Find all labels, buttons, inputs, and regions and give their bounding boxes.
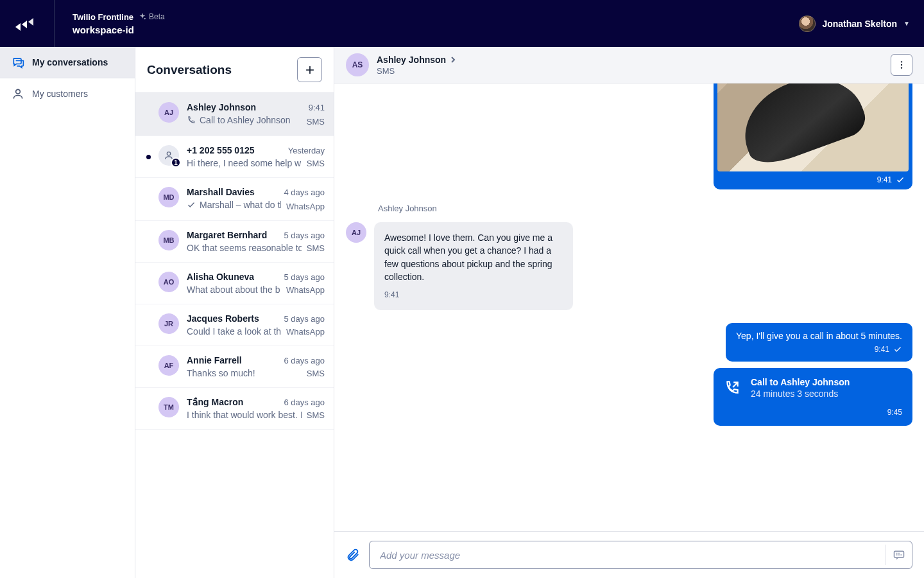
conversation-channel: SMS	[307, 159, 325, 168]
conversation-preview: Marshall – what do th…	[187, 200, 281, 210]
conversation-channel: WhatsApp	[286, 327, 325, 337]
chat-header: AS Ashley Johnson SMS	[334, 47, 924, 83]
compose-field[interactable]	[369, 541, 912, 569]
contact-avatar: MD	[158, 187, 179, 207]
unread-indicator	[146, 230, 151, 253]
composer	[334, 531, 924, 578]
chat-contact[interactable]: Ashley Johnson SMS	[377, 55, 456, 76]
attach-button[interactable]	[346, 548, 360, 562]
conversation-name: Ashley Johnson	[187, 102, 256, 112]
conversation-preview: I think that would work best. If…	[187, 410, 302, 420]
conversation-name: Alisha Okuneva	[187, 272, 254, 282]
call-record[interactable]: Call to Ashley Johnson 24 minutes 3 seco…	[714, 368, 912, 426]
outgoing-image-message[interactable]: 9:41	[714, 83, 912, 189]
conversation-channel: SMS	[307, 369, 325, 378]
outgoing-call-icon	[724, 380, 740, 396]
conversation-channel: WhatsApp	[286, 202, 325, 211]
conversation-time: 6 days ago	[284, 398, 325, 407]
svg-point-4	[16, 89, 21, 94]
conversation-channel: SMS	[307, 410, 325, 420]
message-time: 9:41	[875, 345, 889, 354]
conversation-name: Jacques Roberts	[187, 313, 259, 324]
chat-bubble-icon	[12, 56, 24, 69]
call-duration: 24 minutes 3 seconds	[751, 389, 850, 399]
conversation-name: +1 202 555 0125	[187, 145, 255, 155]
conversation-name: Annie Farrell	[187, 355, 242, 365]
message-time: 9:45	[887, 408, 902, 417]
user-avatar	[799, 15, 816, 32]
message-text: Yep, I'll give you a call in about 5 min…	[736, 331, 902, 341]
conversation-row[interactable]: AFAnnie Farrell6 days agoThanks so much!…	[135, 346, 334, 388]
conversation-name: Tầng Macron	[187, 397, 243, 407]
conversation-time: 9:41	[309, 103, 325, 112]
contact-avatar: AS	[346, 53, 369, 76]
app-body: My conversations My customers Conversati…	[0, 47, 924, 578]
user-name: Jonathan Skelton	[822, 19, 897, 29]
contact-avatar: AO	[158, 272, 179, 292]
conversation-name: Marshall Davies	[187, 187, 255, 197]
conversation-row[interactable]: AJAshley Johnson9:41Call to Ashley Johns…	[135, 92, 334, 136]
message-time: 9:41	[877, 175, 892, 184]
unread-indicator	[146, 145, 151, 168]
svg-point-7	[901, 64, 902, 66]
incoming-avatar: AJ	[346, 222, 366, 243]
message-text: Awesome! I love them. Can you give me a …	[384, 231, 563, 283]
chevron-right-icon	[450, 57, 456, 63]
svg-marker-1	[22, 21, 27, 28]
unread-indicator	[146, 187, 151, 211]
contact-avatar: AJ	[158, 102, 179, 123]
user-menu[interactable]: Jonathan Skelton ▼	[799, 15, 910, 32]
product-photo	[717, 83, 909, 171]
conversation-channel: WhatsApp	[286, 285, 325, 295]
sidebar-nav: My conversations My customers	[0, 47, 135, 578]
conversation-row[interactable]: MDMarshall Davies4 days agoMarshall – wh…	[135, 178, 334, 221]
person-icon	[12, 87, 24, 100]
conversation-row[interactable]: JRJacques Roberts5 days agoCould I take …	[135, 304, 334, 346]
plus-icon	[305, 65, 315, 75]
unread-indicator	[146, 272, 151, 295]
incoming-message[interactable]: Awesome! I love them. Can you give me a …	[374, 222, 573, 310]
conversation-time: 5 days ago	[284, 314, 325, 324]
conversations-panel: Conversations AJAshley Johnson9:41Call t…	[135, 47, 334, 578]
conversation-row[interactable]: 1+1 202 555 0125YesterdayHi there, I nee…	[135, 136, 334, 178]
chat-panel: AS Ashley Johnson SMS 9:41	[334, 47, 924, 578]
frontline-logo[interactable]	[14, 14, 33, 33]
chat-template-icon	[893, 548, 905, 561]
message-input[interactable]	[379, 549, 885, 561]
unread-badge: 1	[171, 157, 181, 168]
beta-tag: Beta	[139, 12, 165, 21]
conversation-preview: Hi there, I need some help wit…	[187, 158, 302, 168]
conversation-row[interactable]: AOAlisha Okuneva5 days agoWhat about abo…	[135, 263, 334, 304]
conversation-name: Margaret Bernhard	[187, 230, 267, 240]
template-reply-button[interactable]	[885, 545, 905, 565]
call-title: Call to Ashley Johnson	[751, 377, 850, 387]
more-vertical-icon	[896, 60, 907, 70]
contact-avatar: JR	[158, 313, 179, 334]
unread-indicator	[146, 355, 151, 378]
incoming-sender: Ashley Johnson	[378, 204, 912, 213]
conversation-time: 6 days ago	[284, 356, 325, 365]
topbar: Twilio Frontline Beta workspace-id Jonat…	[0, 0, 924, 47]
topbar-divider	[54, 0, 55, 47]
check-icon	[896, 175, 905, 184]
conversation-channel: SMS	[307, 243, 325, 253]
unread-indicator	[146, 313, 151, 337]
check-icon	[893, 345, 902, 354]
nav-customers[interactable]: My customers	[0, 78, 135, 109]
topbar-left: Twilio Frontline Beta workspace-id	[14, 0, 165, 47]
person-icon-avatar: 1	[158, 145, 179, 166]
chat-menu-button[interactable]	[891, 54, 912, 76]
unread-indicator	[146, 102, 151, 127]
conversation-row[interactable]: MBMargaret Bernhard5 days agoOK that see…	[135, 221, 334, 263]
nav-conversations[interactable]: My conversations	[0, 47, 135, 78]
conversation-row[interactable]: TMTầng Macron6 days agoI think that woul…	[135, 388, 334, 430]
messages-scroll[interactable]: 9:41 Ashley Johnson AJ Awesome! I love t…	[334, 83, 924, 531]
sparkle-icon	[139, 13, 146, 21]
outgoing-message[interactable]: Yep, I'll give you a call in about 5 min…	[726, 323, 912, 362]
nav-label: My customers	[32, 89, 88, 99]
conversations-list[interactable]: AJAshley Johnson9:41Call to Ashley Johns…	[135, 92, 334, 578]
conversation-preview: Call to Ashley Johnson	[187, 115, 291, 125]
svg-point-3	[144, 18, 146, 19]
contact-channel: SMS	[377, 66, 456, 76]
new-conversation-button[interactable]	[297, 57, 322, 82]
